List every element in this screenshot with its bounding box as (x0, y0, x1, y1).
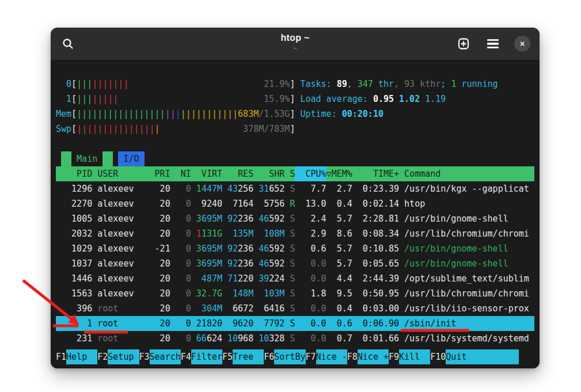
fkey-f7-label: F7 (306, 349, 316, 364)
fkey-f5-label: F5 (222, 349, 233, 364)
process-row-1-selected[interactable]: 1 root 20 0 21820 9620 7792 S 0.0 0.6 0:… (56, 316, 534, 331)
tab-io[interactable]: I/O (118, 151, 144, 166)
fkey-f2-label: F2 (97, 349, 108, 364)
process-row-1029[interactable]: 1029 alexeev -21 0 3695M 92236 46592 S 0… (56, 241, 534, 256)
fkey-nice-plus-button[interactable]: Nice + (358, 349, 389, 364)
spacer-line (56, 136, 534, 151)
table-header[interactable]: PID USER PRI NI VIRT RES SHR S CPU%▽MEM%… (56, 166, 534, 181)
screen-tabs: Main I/O (56, 151, 534, 166)
console-window: htop ~ ~ × 0[|||||||||| 21.9%] Tasks: 8 (51, 28, 540, 368)
function-key-bar: F1Help F2Setup F3SearchF4FilterF5Tree F6… (56, 349, 534, 364)
meter-row-swp: Swp[|||||||||||||||| 378M/783M] (56, 121, 534, 136)
fkey-help-button[interactable]: Help (66, 349, 97, 364)
menu-button[interactable] (485, 36, 500, 51)
process-row-1446[interactable]: 1446 alexeev 20 0 487M 71220 39224 S 0.0… (56, 271, 534, 286)
tab-main-edge (102, 151, 113, 166)
process-row-1296[interactable]: 1296 alexeev 20 0 1447M 43256 31652 S 7.… (56, 181, 534, 196)
fkey-quit-button[interactable]: Quit (446, 349, 518, 364)
fkey-f10-label: F10 (430, 349, 446, 364)
process-row-1563[interactable]: 1563 alexeev 20 0 32.7G 148M 103M S 1.8 … (56, 286, 534, 301)
fkey-f8-label: F8 (347, 349, 358, 364)
header-col-cpu-sort[interactable]: CPU% (295, 166, 326, 181)
tab-main-edge (61, 151, 71, 166)
close-icon: × (520, 40, 525, 48)
process-row-1037[interactable]: 1037 alexeev 20 0 3695M 92236 46592 S 0.… (56, 256, 534, 271)
fkey-f6-label: F6 (264, 349, 274, 364)
fkey-nice-minus-button[interactable]: Nice - (316, 349, 347, 364)
desktop-background: htop ~ ~ × 0[|||||||||| 21.9%] Tasks: 8 (0, 0, 581, 392)
fkey-f9-label: F9 (389, 349, 399, 364)
meter-row-mem-uptime: Mem[|||||||||||||||||||||||||||||||683M/… (56, 106, 534, 121)
close-button[interactable]: × (514, 36, 530, 52)
fkey-f4-label: F4 (181, 349, 191, 364)
header-columns-right[interactable]: ▽MEM% TIME+ Command (326, 166, 441, 181)
header-columns[interactable]: PID USER PRI NI VIRT RES SHR S (56, 166, 295, 181)
process-row-396[interactable]: 396 root 20 0 304M 6672 6416 S 0.0 0.4 0… (56, 301, 534, 316)
meter-row-cpu1-load: 1[|||||||| 15.9%] Load average: 0.95 1.0… (56, 92, 534, 106)
tab-main[interactable]: Main (71, 151, 102, 166)
fkey-search-button[interactable]: Search (150, 349, 181, 364)
process-row-2032[interactable]: 2032 alexeev 20 0 1131G 135M 108M S 2.9 … (56, 226, 534, 241)
process-row-231[interactable]: 231 root 20 0 66624 10968 10328 S 0.0 0.… (56, 331, 534, 346)
fkey-kill-button[interactable]: Kill (399, 349, 430, 364)
process-row-1005[interactable]: 1005 alexeev 20 0 3695M 92236 46592 S 2.… (56, 211, 534, 226)
new-tab-icon (457, 37, 470, 50)
meter-row-cpu0-tasks: 0[|||||||||| 21.9%] Tasks: 89, 347 thr, … (56, 77, 534, 92)
terminal-screen[interactable]: 0[|||||||||| 21.9%] Tasks: 89, 347 thr, … (51, 60, 540, 368)
new-tab-button[interactable] (455, 36, 472, 52)
fkey-filter-button[interactable]: Filter (191, 349, 222, 364)
hamburger-icon (487, 39, 499, 41)
process-row-2270[interactable]: 2270 alexeev 20 0 9240 7164 5756 R 13.0 … (56, 196, 534, 211)
fkey-tree-button[interactable]: Tree (233, 349, 264, 364)
titlebar: htop ~ ~ × (51, 28, 540, 60)
fkey-setup-button[interactable]: Setup (108, 349, 139, 364)
fkey-sortby-button[interactable]: SortBy (274, 349, 305, 364)
fkey-f1-label: F1 (56, 349, 66, 364)
fkey-f3-label: F3 (139, 349, 150, 364)
